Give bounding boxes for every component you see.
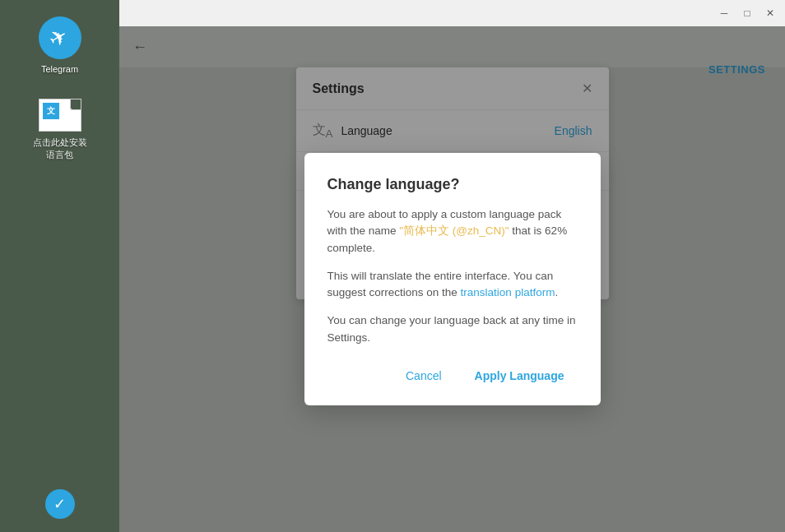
- langpack-file-icon: 文: [39, 99, 81, 132]
- app-content: ← SETTINGS Settings ✕ 文A Language Engli: [119, 26, 785, 532]
- telegram-icon-bg: ✈: [39, 16, 81, 59]
- dialog-paragraph3: You can change your language back at any…: [327, 312, 578, 346]
- apply-language-button[interactable]: Apply Language: [462, 363, 578, 389]
- translation-platform-link[interactable]: translation platform: [461, 286, 555, 298]
- langpack-label: 点击此处安装 语言包: [33, 136, 87, 161]
- desktop: ✈ Telegram 文 点击此处安装 语言包 ✓ ─ □ ✕ ←: [0, 0, 785, 532]
- telegram-label: Telegram: [41, 64, 78, 74]
- main-window: ─ □ ✕ ← SETTINGS Settings ✕: [119, 0, 785, 532]
- sidebar: ✈ Telegram 文 点击此处安装 语言包 ✓: [0, 0, 119, 532]
- check-icon: ✓: [53, 495, 66, 513]
- title-bar: ─ □ ✕: [119, 0, 785, 26]
- dialog-body: You are about to apply a custom language…: [327, 206, 578, 346]
- close-button[interactable]: ✕: [762, 5, 778, 21]
- dialog-paragraph2: This will translate the entire interface…: [327, 268, 578, 302]
- dialog-paragraph1: You are about to apply a custom language…: [327, 206, 578, 257]
- cancel-button[interactable]: Cancel: [392, 363, 455, 389]
- sidebar-checkmark: ✓: [45, 489, 75, 519]
- dialog-p1-highlight: "简体中文 (@zh_CN)": [399, 224, 509, 237]
- langpack-inner: 文: [43, 103, 59, 119]
- dialog-actions: Cancel Apply Language: [327, 363, 578, 389]
- settings-background: ← SETTINGS Settings ✕ 文A Language Engli: [119, 26, 785, 532]
- telegram-icon[interactable]: ✈ Telegram: [39, 16, 81, 74]
- minimize-button[interactable]: ─: [716, 5, 732, 21]
- dialog-overlay: Change language? You are about to apply …: [119, 26, 785, 532]
- langpack-icon[interactable]: 文 点击此处安装 语言包: [33, 99, 87, 161]
- telegram-logo: ✈: [44, 22, 72, 53]
- dialog-p2-after: .: [555, 286, 558, 298]
- maximize-button[interactable]: □: [739, 5, 755, 21]
- dialog-title: Change language?: [327, 176, 578, 193]
- change-language-dialog: Change language? You are about to apply …: [304, 153, 601, 405]
